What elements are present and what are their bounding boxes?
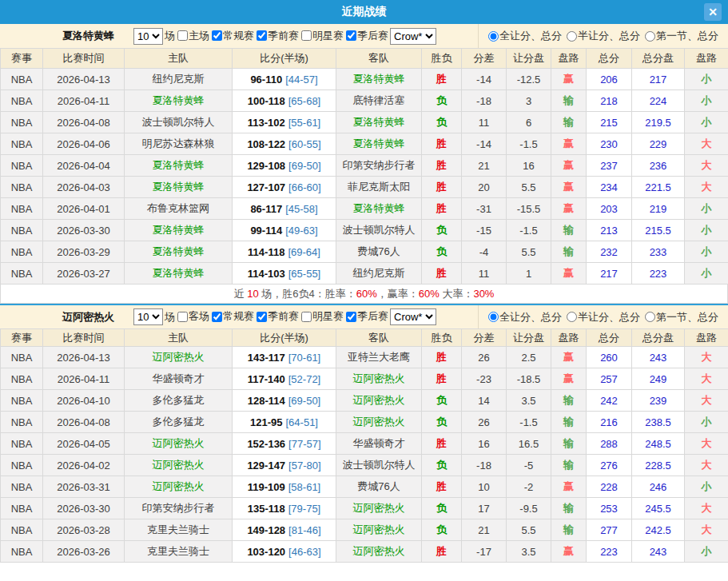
score: 117-140[52-72]	[233, 368, 336, 390]
point-diff: -14	[462, 133, 507, 155]
win-loss: 胜	[422, 368, 462, 390]
games-count-select[interactable]: 10	[133, 308, 163, 325]
playoffs-checkbox-label[interactable]: 季后赛	[344, 309, 388, 324]
first-quarter-total-radio-label[interactable]: 第一节、总分	[645, 310, 718, 324]
handicap-result: 输	[551, 112, 587, 133]
preseason-checkbox-label[interactable]: 季前赛	[254, 29, 299, 43]
point-diff: -23	[462, 368, 507, 390]
win-loss: 胜	[422, 198, 462, 220]
total-line: 239	[632, 390, 685, 412]
regular-season-checkbox-label[interactable]: 常规赛	[209, 309, 254, 324]
team-name: 迈阿密热火	[62, 310, 114, 324]
summary-text: 场，胜6负4：胜率：	[259, 288, 356, 300]
playoffs-checkbox[interactable]	[346, 30, 356, 41]
away-games-checkbox-label[interactable]: 客场	[175, 309, 209, 324]
league-select[interactable]: Crow*	[390, 28, 436, 45]
home-team: 华盛顿奇才	[125, 368, 233, 390]
result-row: NBA2026-04-11夏洛特黄蜂100-118[65-68]底特律活塞负-1…	[1, 90, 728, 112]
allstar-checkbox-label[interactable]: 明星赛	[299, 309, 344, 324]
win-loss: 负	[422, 498, 462, 519]
full-handicap-total-radio-label[interactable]: 全让分、总分	[488, 29, 562, 43]
result-row: NBA2026-04-13迈阿密热火143-117[70-61]亚特兰大老鹰胜2…	[1, 347, 728, 368]
half-handicap-total-radio[interactable]	[567, 31, 577, 42]
allstar-checkbox[interactable]	[301, 312, 312, 322]
handicap-result: 赢	[551, 198, 587, 220]
total-result: 大	[685, 133, 728, 155]
league: NBA	[1, 455, 43, 476]
playoffs-checkbox[interactable]	[346, 312, 356, 322]
first-quarter-total-radio-label[interactable]: 第一节、总分	[645, 29, 718, 43]
half-handicap-total-radio[interactable]	[567, 312, 577, 322]
home-team: 迈阿密热火	[125, 347, 233, 368]
column-header: 分差	[462, 329, 507, 347]
summary-text: ，赢率：	[377, 288, 419, 300]
total-line: 246	[632, 476, 685, 498]
preseason-checkbox[interactable]	[257, 30, 267, 41]
total-line: 243	[632, 347, 685, 368]
league-select[interactable]: Crow*	[390, 308, 436, 325]
league: NBA	[1, 368, 43, 390]
half-handicap-total-radio-label[interactable]: 半让分、总分	[567, 29, 640, 43]
preseason-checkbox[interactable]	[257, 312, 267, 322]
home-games-checkbox[interactable]	[177, 30, 188, 41]
total-line: 219.5	[632, 112, 685, 133]
match-date: 2026-04-08	[43, 112, 125, 133]
full-handicap-total-radio[interactable]	[488, 31, 499, 42]
full-handicap-total-radio-label[interactable]: 全让分、总分	[488, 310, 562, 324]
league: NBA	[1, 69, 43, 90]
result-row: NBA2026-04-02迈阿密热火129-147[57-80]波士顿凯尔特人负…	[1, 455, 728, 476]
result-row: NBA2026-03-31迈阿密热火119-109[58-61]费城76人胜10…	[1, 476, 728, 498]
window-title: 近期战绩	[342, 5, 387, 19]
match-date: 2026-04-04	[43, 155, 125, 177]
half-handicap-total-radio-label[interactable]: 半让分、总分	[567, 310, 640, 324]
preseason-checkbox-label[interactable]: 季前赛	[254, 309, 299, 324]
league: NBA	[1, 263, 43, 285]
close-button[interactable]: ✕	[704, 3, 722, 21]
point-diff: 20	[462, 177, 507, 198]
full-handicap-total-radio[interactable]	[488, 312, 499, 322]
total-line: 236	[632, 155, 685, 177]
away-team: 迈阿密热火	[336, 498, 422, 519]
league: NBA	[1, 155, 43, 177]
league: NBA	[1, 198, 43, 220]
home-team: 夏洛特黄蜂	[125, 177, 233, 198]
home-team: 夏洛特黄蜂	[125, 220, 233, 241]
total-points: 277	[587, 519, 632, 541]
column-header: 盘路	[551, 329, 587, 347]
away-team: 费城76人	[336, 241, 422, 263]
result-row: NBA2026-04-11华盛顿奇才117-140[52-72]迈阿密热火胜-2…	[1, 368, 728, 390]
home-games-checkbox-label[interactable]: 主场	[175, 29, 209, 43]
handicap-line: 5.5	[507, 241, 551, 263]
column-header: 总分	[587, 49, 632, 69]
column-header: 赛事	[1, 49, 43, 69]
team-name: 夏洛特黄蜂	[62, 29, 114, 43]
allstar-checkbox[interactable]	[301, 30, 312, 41]
score: 129-147[57-80]	[233, 455, 336, 476]
summary-text: 近	[234, 288, 248, 300]
total-points: 217	[587, 263, 632, 285]
result-row: NBA2026-04-08多伦多猛龙121-95[64-51]迈阿密热火负26-…	[1, 412, 728, 433]
away-games-checkbox[interactable]	[177, 312, 188, 322]
filter-checkboxes: 客场常规赛季前赛明星赛季后赛	[175, 309, 388, 324]
away-team: 迈阿密热火	[336, 390, 422, 412]
handicap-line: -2	[507, 476, 551, 498]
games-count-select[interactable]: 10	[133, 28, 163, 45]
handicap-result: 赢	[551, 69, 587, 90]
regular-season-checkbox[interactable]	[212, 312, 222, 322]
league: NBA	[1, 347, 43, 368]
score: 114-118[69-64]	[233, 241, 336, 263]
home-team: 克里夫兰骑士	[125, 519, 233, 541]
regular-season-checkbox-label[interactable]: 常规赛	[209, 29, 254, 43]
total-line: 242.5	[632, 519, 685, 541]
total-points: 276	[587, 455, 632, 476]
away-team: 夏洛特黄蜂	[336, 69, 422, 90]
first-quarter-total-radio[interactable]	[645, 312, 655, 322]
first-quarter-total-radio[interactable]	[645, 31, 655, 42]
total-result: 小	[685, 412, 728, 433]
regular-season-checkbox[interactable]	[212, 30, 222, 41]
playoffs-checkbox-label[interactable]: 季后赛	[344, 29, 388, 43]
hornets-section: 夏洛特黄蜂 10 场 主场常规赛季前赛明星赛季后赛 Crow* 全让分、总分半让…	[0, 24, 728, 304]
win-loss: 胜	[422, 476, 462, 498]
total-line: 238.5	[632, 412, 685, 433]
allstar-checkbox-label[interactable]: 明星赛	[299, 29, 344, 43]
